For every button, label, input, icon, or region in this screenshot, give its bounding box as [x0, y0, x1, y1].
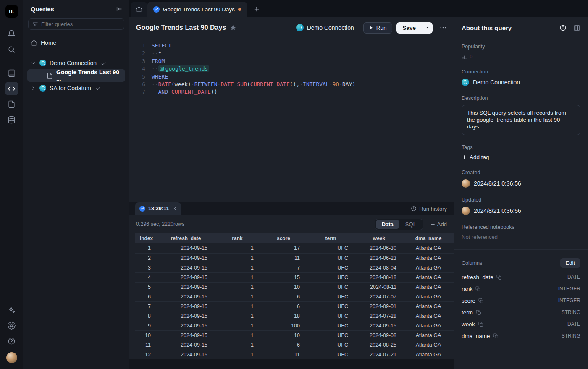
schema-columns-icon[interactable] [573, 24, 580, 31]
favorite-star-icon[interactable] [230, 24, 236, 31]
new-tab-button[interactable] [250, 3, 263, 16]
run-tabs-strip: 18:29:11 Run history [129, 202, 454, 215]
files-icon[interactable] [5, 97, 18, 111]
table-cell: 100 [260, 321, 307, 330]
save-button[interactable]: Save [396, 22, 422, 34]
user-avatar[interactable] [6, 352, 17, 363]
table-row: 102024-09-15110UFC2024-09-08Atlanta GA [135, 330, 454, 340]
results-toolbar: 0.296 sec, 2220rows Data SQL Add [129, 215, 454, 233]
toggle-data-view[interactable]: Data [376, 220, 399, 229]
queries-icon[interactable] [5, 82, 18, 95]
column-name: week [462, 321, 475, 327]
table-reference-chip[interactable]: google_trends [158, 65, 210, 72]
tab-google-trends[interactable]: Google Trends Last 90 Days [147, 2, 247, 17]
tree-item-demo-connection[interactable]: Demo Connection [27, 57, 125, 69]
table-cell: 2024-08-18 [355, 272, 403, 282]
tab-label: Google Trends Last 90 Days [163, 6, 235, 13]
notifications-icon[interactable] [5, 27, 18, 40]
about-connection[interactable]: Demo Connection [462, 79, 580, 86]
add-visualization-button[interactable]: Add [430, 221, 447, 228]
table-cell: Atlanta GA [403, 243, 454, 253]
line-number: 5 [129, 73, 145, 81]
table-cell: 2024-06-23 [355, 253, 403, 263]
table-cell: 7 [135, 301, 158, 311]
copy-icon[interactable] [476, 310, 481, 315]
add-tag-button[interactable]: Add tag [462, 154, 580, 160]
sql-editor[interactable]: 1SELECT2··*3FROM4··google_trends5WHERE6·… [129, 39, 454, 202]
table-cell: 1 [214, 292, 260, 301]
table-scroll-gutter[interactable] [129, 359, 454, 369]
column-type: DATE [567, 274, 580, 280]
connection-value: Demo Connection [473, 79, 520, 86]
table-cell: Atlanta GA [403, 311, 454, 321]
help-icon[interactable] [5, 334, 18, 348]
table-cell: UFC [307, 321, 355, 330]
column-list-item: dma_nameSTRING [462, 330, 580, 342]
info-icon[interactable] [559, 24, 567, 31]
save-options-caret[interactable] [422, 22, 433, 34]
more-options-icon[interactable] [439, 24, 447, 31]
filter-queries-input[interactable] [41, 21, 120, 27]
app-logo[interactable]: u. [5, 5, 18, 18]
table-cell: 1 [214, 340, 260, 350]
copy-icon[interactable] [475, 286, 481, 292]
connection-selector[interactable]: Demo Connection [296, 24, 354, 31]
run-result-tab[interactable]: 18:29:11 [135, 202, 181, 215]
table-cell: 2024-09-15 [158, 272, 214, 282]
table-cell: 2024-08-25 [355, 340, 403, 350]
copy-icon[interactable] [496, 275, 502, 280]
copy-icon[interactable] [493, 333, 499, 339]
tree-item-google-trends-query[interactable]: Google Trends Last 90 ... [27, 69, 125, 82]
column-header-refresh_date[interactable]: refresh_date [158, 233, 214, 243]
code-line: 1SELECT [129, 42, 454, 50]
unsaved-changes-dot [238, 8, 241, 11]
run-history-button[interactable]: Run history [411, 206, 447, 212]
notebooks-icon[interactable] [5, 66, 18, 80]
filter-icon [32, 21, 38, 27]
column-name: score [462, 298, 475, 304]
column-header-Index[interactable]: Index [135, 233, 158, 243]
chevron-right-icon[interactable] [31, 86, 36, 91]
updated-label: Updated [462, 197, 580, 203]
close-run-icon[interactable] [172, 206, 177, 211]
column-header-rank[interactable]: rank [214, 233, 260, 243]
table-cell: UFC [307, 292, 355, 301]
search-icon[interactable] [5, 42, 18, 56]
copy-icon[interactable] [478, 322, 483, 327]
plus-icon [430, 222, 436, 227]
table-cell: 2024-09-15 [158, 330, 214, 340]
sidebar-home-label: Home [41, 39, 56, 46]
column-list-item: termSTRING [462, 306, 580, 318]
table-cell: UFC [307, 272, 355, 282]
settings-gear-icon[interactable] [5, 319, 18, 332]
collapse-sidebar-icon[interactable] [116, 5, 123, 13]
sidebar-item-home[interactable]: Home [27, 37, 125, 49]
table-cell: 2024-08-11 [355, 282, 403, 292]
column-header-term[interactable]: term [307, 233, 355, 243]
column-type: DATE [567, 321, 580, 327]
ai-sparkles-icon[interactable] [5, 303, 18, 317]
column-header-week[interactable]: week [355, 233, 403, 243]
description-box[interactable]: This SQL query selects all records from … [462, 105, 580, 135]
table-cell: 2024-09-15 [158, 263, 214, 272]
database-icon[interactable] [5, 113, 18, 126]
table-cell: 2024-09-15 [158, 301, 214, 311]
toggle-sql-view[interactable]: SQL [399, 220, 422, 229]
chevron-down-icon[interactable] [31, 60, 36, 66]
table-cell: 3 [135, 263, 158, 272]
table-cell: 2024-09-08 [355, 330, 403, 340]
table-cell: 2024-09-15 [158, 311, 214, 321]
table-cell: UFC [307, 253, 355, 263]
table-row: 12024-09-15117UFC2024-06-30Atlanta GA [135, 243, 454, 253]
edit-columns-button[interactable]: Edit [560, 258, 580, 268]
copy-icon[interactable] [478, 298, 484, 304]
table-cell: 12 [135, 350, 158, 359]
tree-item-sa-for-codatum[interactable]: SA for Codatum [27, 82, 125, 94]
queries-sidebar: Queries Home Demo Connection [23, 0, 129, 369]
column-header-dma_name[interactable]: dma_name [403, 233, 454, 243]
run-button[interactable]: Run [363, 22, 393, 34]
home-tab[interactable] [131, 2, 147, 17]
column-header-score[interactable]: score [260, 233, 307, 243]
plus-icon [462, 154, 467, 160]
table-cell: 1 [214, 301, 260, 311]
